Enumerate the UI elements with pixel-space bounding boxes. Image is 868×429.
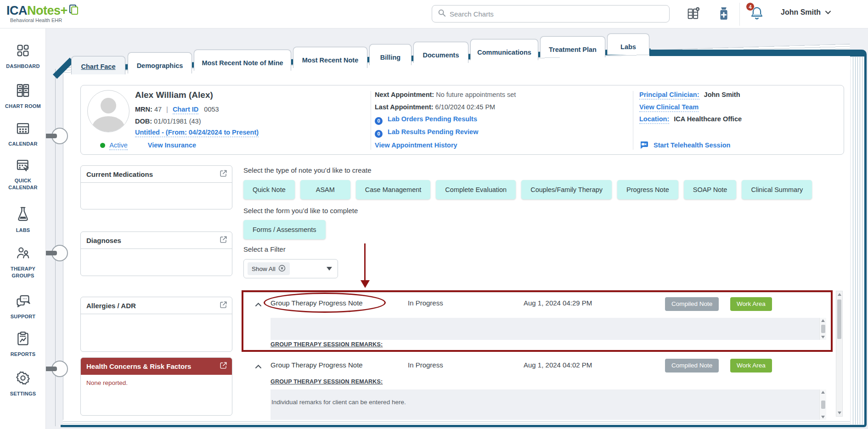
- scrollbar-thumb[interactable]: [821, 401, 825, 409]
- note-row[interactable]: Group Therapy Progress Note In Progress …: [243, 292, 831, 316]
- tab-demographics[interactable]: Demographics: [128, 52, 192, 73]
- tab-chart-face[interactable]: Chart Face: [71, 56, 125, 74]
- panel-body: [81, 183, 232, 192]
- asam-button[interactable]: ASAM: [300, 180, 350, 199]
- chart-room-icon: [15, 83, 31, 100]
- compiled-note-button[interactable]: Compiled Note: [665, 359, 719, 373]
- quick-note-button[interactable]: Quick Note: [243, 180, 295, 199]
- last-appointment-row: Last Appointment: 6/10/2024 02:45 PM: [375, 103, 495, 111]
- note-row[interactable]: Group Therapy Progress Note In Progress …: [243, 354, 833, 420]
- external-link-icon[interactable]: [219, 235, 228, 246]
- remarks-scrollbar[interactable]: [819, 389, 826, 420]
- user-name: John Smith: [781, 8, 821, 17]
- complete-evaluation-button[interactable]: Complete Evaluation: [436, 180, 516, 199]
- user-menu[interactable]: John Smith: [781, 8, 831, 17]
- principal-clinician-link[interactable]: Principal Clinician:: [639, 91, 699, 100]
- app-logo[interactable]: ICANotes+ Behavioral Health EHR: [6, 4, 79, 23]
- tab-documents[interactable]: Documents: [413, 42, 468, 63]
- tab-communications[interactable]: Communications: [470, 39, 538, 60]
- sidebar-item-reports[interactable]: REPORTS: [0, 331, 46, 358]
- remove-filter-icon[interactable]: [278, 265, 286, 273]
- scroll-up-icon[interactable]: [821, 319, 825, 322]
- sidebar-item-quick-calendar[interactable]: QUICK CALENDAR: [0, 157, 46, 191]
- external-link-icon[interactable]: [219, 169, 228, 180]
- view-appointment-history-link[interactable]: View Appointment History: [375, 141, 457, 149]
- filter-dropdown[interactable]: Show All: [243, 259, 338, 278]
- new-chart-icon[interactable]: [687, 6, 700, 23]
- tab-treatment-plan[interactable]: Treatment Plan: [540, 36, 605, 57]
- location-link[interactable]: Location:: [639, 115, 669, 124]
- sidebar-item-chart-room[interactable]: CHART ROOM: [0, 83, 46, 110]
- scroll-down-icon[interactable]: [821, 416, 825, 418]
- sidebar-item-support[interactable]: SUPPORT: [0, 293, 46, 320]
- lab-results-row: 0 Lab Results Pending Review: [375, 128, 478, 138]
- patient-avatar: [87, 90, 130, 132]
- panel-body: [81, 314, 232, 323]
- panel-body: [81, 249, 232, 258]
- scroll-down-icon[interactable]: [821, 336, 825, 339]
- view-clinical-team-link[interactable]: View Clinical Team: [639, 103, 699, 112]
- episode-link[interactable]: Untitled - (From: 04/24/2024 to Present): [135, 129, 259, 137]
- status-badge[interactable]: Active: [109, 141, 128, 150]
- chevron-down-icon: [825, 8, 831, 17]
- tab-most-recent-note-of-mine[interactable]: Most Recent Note of Mine: [194, 50, 291, 71]
- clinical-summary-button[interactable]: Clinical Summary: [742, 180, 812, 199]
- active-status-dot: [100, 143, 105, 148]
- note-title[interactable]: Group Therapy Progress Note: [271, 361, 363, 369]
- tab-most-recent-note[interactable]: Most Recent Note: [293, 47, 367, 68]
- case-management-button[interactable]: Case Management: [356, 180, 431, 199]
- work-area-button[interactable]: Work Area: [730, 359, 772, 373]
- sidebar-nav: DASHBOARD CHART ROOM CALENDAR QUICK CALE…: [0, 28, 46, 429]
- settings-icon: [15, 370, 31, 388]
- external-link-icon[interactable]: [219, 300, 228, 311]
- tab-labs[interactable]: Labs: [607, 34, 649, 55]
- compiled-note-button[interactable]: Compiled Note: [665, 297, 719, 311]
- pharmacy-icon[interactable]: [717, 6, 730, 23]
- forms-assessments-button[interactable]: Forms / Assessments: [243, 220, 326, 239]
- couples-family-therapy-button[interactable]: Couples/Family Therapy: [521, 180, 612, 199]
- patient-status-row: Active View Insurance: [100, 141, 196, 149]
- lab-results-link[interactable]: Lab Results Pending Review: [388, 128, 478, 135]
- lab-orders-link[interactable]: Lab Orders Pending Results: [388, 115, 477, 123]
- view-insurance-link[interactable]: View Insurance: [148, 141, 196, 149]
- notes-list-scrollbar[interactable]: [836, 291, 843, 417]
- principal-clinician-row: Principal Clinician: John Smith: [639, 91, 740, 98]
- collapse-chevron-icon[interactable]: [255, 362, 262, 371]
- scroll-up-icon[interactable]: [821, 391, 825, 394]
- external-link-icon[interactable]: [219, 361, 228, 372]
- note-title[interactable]: Group Therapy Progress Note: [271, 299, 363, 307]
- card-divider: [633, 91, 633, 150]
- lab-results-count-badge: 0: [375, 130, 383, 138]
- work-area-button[interactable]: Work Area: [730, 297, 772, 311]
- page-top-right-fill: [649, 56, 850, 74]
- patient-mrn-row: MRN: 47 | Chart ID 0053: [135, 106, 219, 113]
- search-input[interactable]: [450, 10, 664, 18]
- sidebar-item-calendar[interactable]: CALENDAR: [0, 120, 46, 147]
- collapse-chevron-icon[interactable]: [255, 300, 262, 309]
- chart-search: [432, 5, 670, 23]
- dashboard-icon: [15, 43, 31, 60]
- notification-count-badge: 4: [746, 2, 755, 11]
- progress-note-button[interactable]: Progress Note: [617, 180, 678, 199]
- lab-orders-count-badge: 0: [375, 117, 383, 125]
- sidebar-item-settings[interactable]: SETTINGS: [0, 370, 46, 397]
- page-stack-bottom: [63, 420, 850, 425]
- chart-id-link[interactable]: Chart ID: [173, 106, 198, 114]
- remarks-scrollbar[interactable]: [819, 318, 826, 340]
- scroll-down-icon[interactable]: [838, 412, 841, 414]
- binder-ring: [51, 245, 68, 261]
- soap-note-button[interactable]: SOAP Note: [684, 180, 737, 199]
- sidebar-item-therapy-groups[interactable]: THERAPY GROUPS: [0, 245, 46, 279]
- chart-id-value: 0053: [204, 106, 219, 113]
- clinical-team-row: View Clinical Team: [639, 103, 699, 111]
- scrollbar-thumb[interactable]: [821, 325, 825, 333]
- sidebar-item-labs[interactable]: LABS: [0, 206, 46, 234]
- tab-billing[interactable]: Billing: [369, 44, 411, 65]
- scrollbar-thumb[interactable]: [837, 299, 841, 339]
- icanotes-app: ICANotes+ Behavioral Health EHR 4 John S…: [0, 0, 868, 429]
- notifications-bell-icon[interactable]: 4: [750, 6, 764, 23]
- sidebar-item-dashboard[interactable]: DASHBOARD: [0, 43, 46, 70]
- therapy-groups-icon: [15, 245, 31, 263]
- scroll-up-icon[interactable]: [838, 293, 841, 296]
- start-telehealth-link[interactable]: Start Telehealth Session: [654, 141, 730, 149]
